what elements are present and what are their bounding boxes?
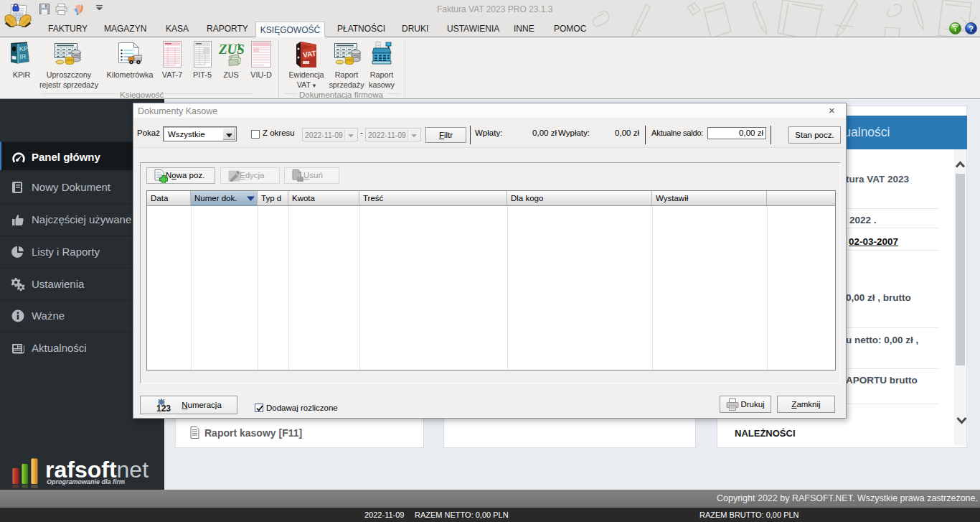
svg-text:ZUS: ZUS [219, 42, 244, 57]
svg-text:IR: IR [19, 53, 27, 60]
svg-text:KP: KP [19, 45, 29, 53]
svg-text:123: 123 [156, 404, 171, 413]
